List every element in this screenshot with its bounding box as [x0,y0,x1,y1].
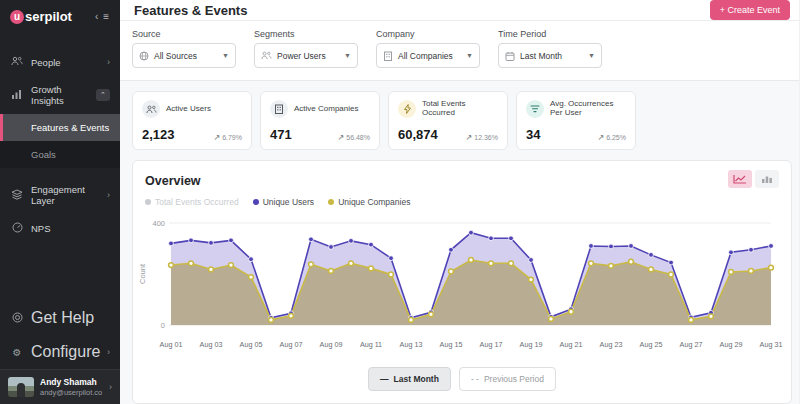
lifebuoy-icon [10,312,24,325]
sidebar-item-features-events[interactable]: Features & Events [0,114,120,141]
bar-chart-icon [10,89,24,101]
page-title: Features & Events [134,3,247,18]
chevron-right-icon: › [107,347,110,357]
gear-icon: ⚙ [10,347,24,358]
svg-text:Aug 29: Aug 29 [720,340,743,349]
company-value: All Companies [398,51,466,61]
svg-text:Aug 17: Aug 17 [480,340,503,349]
legend-item[interactable]: Total Events Occurred [145,197,239,207]
legend-dot [328,199,334,205]
svg-text:Aug 07: Aug 07 [280,340,303,349]
create-event-button[interactable]: + Create Event [710,0,790,20]
chart-legend: Total Events OccurredUnique UsersUnique … [133,191,791,209]
sidebar-item-label: Growth Insights [31,84,96,106]
source-select[interactable]: All Sources ▼ [132,43,236,68]
filter-bar: Source All Sources ▼ Segments Power User… [120,21,800,81]
stat-value: 60,874 [398,127,438,142]
user-avatar [8,377,34,397]
plus-icon: + [720,5,725,15]
trend-up-icon: ↗ [213,133,220,142]
legend-item[interactable]: Unique Companies [328,197,410,207]
time-period-value: Last Month [520,51,588,61]
filter-time-period: Time Period Last Month ▼ [498,29,602,68]
svg-text:Aug 31: Aug 31 [760,340,783,349]
svg-text:400: 400 [152,219,165,228]
stat-card-active-companies: Active Companies 471 ↗56.48% [260,91,380,150]
sidebar-item-engagement-layer[interactable]: Engagement Layer › [0,176,120,214]
svg-text:Aug 27: Aug 27 [680,340,703,349]
trend-up-icon: ↗ [466,133,473,142]
stat-change: ↗56.48% [338,133,370,142]
stat-value: 34 [526,127,540,142]
segments-select[interactable]: Power Users ▼ [254,43,358,68]
legend-item[interactable]: Unique Users [253,197,315,207]
filter-label: Time Period [498,29,602,39]
sidebar-item-growth-insights[interactable]: Growth Insights ⌃ [0,76,120,114]
sidebar-footer: Get Help ⚙ Configure › Andy Shamah andy@… [0,301,120,404]
gauge-icon [10,222,24,235]
svg-text:Aug 05: Aug 05 [240,340,263,349]
svg-text:Aug 15: Aug 15 [440,340,463,349]
layers-icon [10,189,24,202]
filter-source: Source All Sources ▼ [132,29,236,68]
chevron-down-icon: ▼ [344,52,351,59]
stat-card-active-users: Active Users 2,123 ↗6.79% [132,91,252,150]
logo-badge: u [10,10,24,24]
users-icon [261,51,272,60]
legend-dot [145,199,151,205]
svg-text:Aug 21: Aug 21 [560,340,583,349]
stat-card-avg-occurrences: Avg. Occurrences Per User 34 ↗6.25% [516,91,636,150]
period-buttons: — Last Month - - Previous Period [133,363,791,403]
svg-text:Aug 25: Aug 25 [640,340,663,349]
svg-text:Aug 11: Aug 11 [360,340,382,349]
sidebar: userpilot ‹ ≡ People › Growth Insights ⌃… [0,0,120,404]
sidebar-item-nps[interactable]: NPS [0,214,120,243]
svg-text:Aug 03: Aug 03 [200,340,223,349]
svg-text:Aug 19: Aug 19 [520,340,543,349]
overview-chart[interactable]: 0400CountAug 01Aug 03Aug 05Aug 07Aug 09A… [137,211,783,359]
svg-text:Aug 09: Aug 09 [320,340,343,349]
sidebar-item-people[interactable]: People › [0,48,120,76]
chevron-down-icon: ▼ [466,52,473,59]
trend-up-icon: ↗ [338,133,345,142]
dashed-line-icon: - - [471,374,479,384]
user-email: andy@userpilot.co [40,388,103,397]
source-value: All Sources [154,51,222,61]
chart-area: 0400CountAug 01Aug 03Aug 05Aug 07Aug 09A… [133,209,791,363]
segments-value: Power Users [277,51,344,61]
chevron-up-icon[interactable]: ⌃ [96,89,110,101]
chevron-right-icon: › [107,190,110,200]
company-select[interactable]: All Companies ▼ [376,43,480,68]
filter-label: Company [376,29,480,39]
time-period-select[interactable]: Last Month ▼ [498,43,602,68]
line-chart-toggle-button[interactable] [728,170,752,188]
sidebar-item-goals[interactable]: Goals [0,141,120,168]
trend-up-icon: ↗ [597,133,604,142]
user-account[interactable]: Andy Shamah andy@userpilot.co › [0,369,120,404]
bar-chart-toggle-button[interactable] [755,170,779,188]
svg-text:Count: Count [138,263,147,284]
page-header: Features & Events + Create Event [120,0,800,21]
logo-text: serpilot [25,9,72,24]
overview-card: Overview Total Events OccurredUnique Use… [132,160,792,404]
people-icon [10,56,24,68]
sidebar-item-configure[interactable]: ⚙ Configure › [0,335,120,369]
previous-period-button[interactable]: - - Previous Period [459,367,556,391]
last-month-button[interactable]: — Last Month [368,367,451,391]
stat-value: 2,123 [142,127,175,142]
funnel-icon [526,100,544,118]
app-window: userpilot ‹ ≡ People › Growth Insights ⌃… [0,0,800,404]
globe-icon [139,51,149,61]
chevron-down-icon: ▼ [222,52,229,59]
filter-segments: Segments Power Users ▼ [254,29,358,68]
spark-icon [398,100,416,118]
chart-type-toggle [728,170,779,188]
overview-title: Overview [145,174,201,188]
building-icon [383,51,393,61]
sidebar-nav: People › Growth Insights ⌃ Features & Ev… [0,42,120,243]
stat-value: 471 [270,127,292,142]
create-event-label: Create Event [727,5,780,15]
sidebar-collapse-icon[interactable]: ‹ ≡ [95,11,110,22]
sidebar-item-get-help[interactable]: Get Help [0,301,120,335]
solid-line-icon: — [380,374,389,384]
